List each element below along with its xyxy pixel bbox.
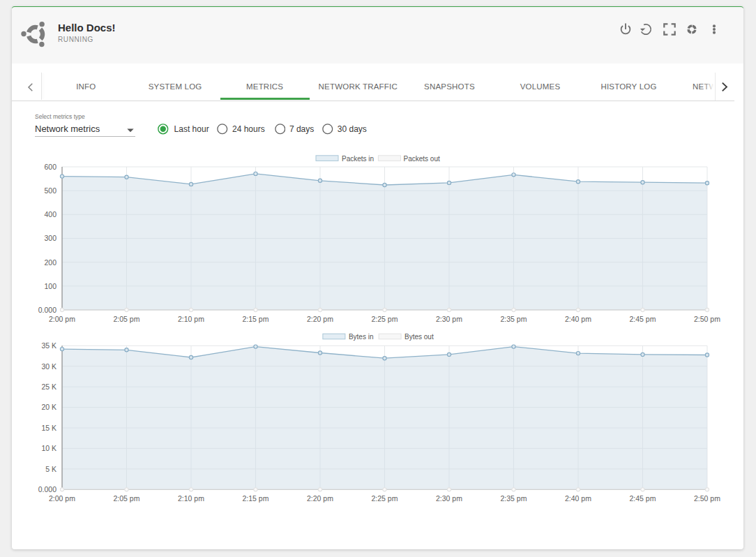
svg-text:15 K: 15 K xyxy=(41,424,56,432)
svg-text:2:30 pm: 2:30 pm xyxy=(436,315,462,323)
svg-text:2:45 pm: 2:45 pm xyxy=(630,494,656,503)
svg-text:2:00 pm: 2:00 pm xyxy=(49,494,75,503)
svg-text:35 K: 35 K xyxy=(41,341,56,350)
svg-text:100: 100 xyxy=(44,282,56,290)
svg-text:0.000: 0.000 xyxy=(38,485,56,493)
svg-text:Packets out: Packets out xyxy=(404,155,440,163)
svg-text:300: 300 xyxy=(44,234,56,242)
svg-text:2:20 pm: 2:20 pm xyxy=(307,494,333,503)
svg-text:200: 200 xyxy=(44,258,56,267)
svg-text:30 K: 30 K xyxy=(41,362,56,371)
svg-text:2:50 pm: 2:50 pm xyxy=(694,494,720,503)
svg-text:25 K: 25 K xyxy=(41,383,56,391)
svg-text:5 K: 5 K xyxy=(45,465,56,473)
svg-text:2:45 pm: 2:45 pm xyxy=(630,315,656,323)
svg-text:2:25 pm: 2:25 pm xyxy=(372,494,398,503)
svg-text:2:30 pm: 2:30 pm xyxy=(436,494,462,503)
svg-text:10 K: 10 K xyxy=(41,444,56,452)
svg-text:500: 500 xyxy=(44,186,56,195)
svg-text:20 K: 20 K xyxy=(41,403,56,411)
svg-text:0.000: 0.000 xyxy=(38,306,56,314)
svg-text:600: 600 xyxy=(44,163,56,171)
svg-text:2:15 pm: 2:15 pm xyxy=(243,494,269,503)
svg-text:2:10 pm: 2:10 pm xyxy=(178,315,204,323)
svg-text:2:40 pm: 2:40 pm xyxy=(565,494,591,503)
svg-text:2:35 pm: 2:35 pm xyxy=(501,494,527,503)
svg-text:2:50 pm: 2:50 pm xyxy=(694,315,720,323)
svg-text:2:10 pm: 2:10 pm xyxy=(178,494,204,503)
svg-text:2:35 pm: 2:35 pm xyxy=(501,315,527,323)
svg-text:400: 400 xyxy=(44,210,56,218)
svg-text:2:05 pm: 2:05 pm xyxy=(114,315,140,323)
svg-text:2:00 pm: 2:00 pm xyxy=(49,315,75,323)
svg-text:2:40 pm: 2:40 pm xyxy=(565,315,591,323)
svg-text:2:15 pm: 2:15 pm xyxy=(243,315,269,323)
svg-text:Bytes out: Bytes out xyxy=(405,333,434,341)
svg-text:Bytes in: Bytes in xyxy=(349,333,374,341)
svg-text:2:05 pm: 2:05 pm xyxy=(114,494,140,503)
svg-text:2:20 pm: 2:20 pm xyxy=(307,315,333,323)
svg-text:Packets in: Packets in xyxy=(342,155,374,163)
svg-text:2:25 pm: 2:25 pm xyxy=(372,315,398,323)
